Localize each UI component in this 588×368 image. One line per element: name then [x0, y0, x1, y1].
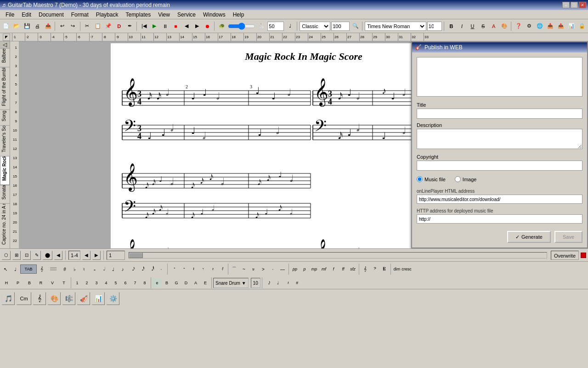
- pos-left[interactable]: ◀: [82, 251, 90, 260]
- paste-button[interactable]: 📌: [104, 21, 113, 31]
- extra3-button[interactable]: 📊: [567, 21, 577, 31]
- font-size-input[interactable]: 10: [427, 22, 442, 31]
- font-color-button[interactable]: A: [489, 21, 498, 31]
- h-scrollbar-thumb[interactable]: [129, 253, 143, 258]
- quarter-rest[interactable]: 𝄽: [188, 264, 198, 274]
- settings-button[interactable]: ⚙: [524, 21, 534, 31]
- special2-button[interactable]: ✒: [125, 21, 135, 31]
- sixteenth-rest[interactable]: 𝄿: [208, 264, 217, 274]
- new-button[interactable]: 📄: [1, 21, 11, 31]
- maximize-button[interactable]: □: [571, 2, 578, 8]
- note-sharp[interactable]: #: [293, 278, 302, 288]
- guitar-release[interactable]: R: [35, 278, 46, 288]
- sidebar-tab-sonata[interactable]: Sonata: [0, 185, 10, 203]
- whole-rest[interactable]: 𝄻: [169, 264, 178, 274]
- cut-button[interactable]: ✂: [82, 21, 92, 31]
- copyright-input[interactable]: [417, 161, 582, 171]
- string-5[interactable]: A: [191, 278, 200, 288]
- dynamic-mf[interactable]: mf: [319, 264, 328, 274]
- undo-button[interactable]: ↩: [57, 21, 67, 31]
- trill-btn[interactable]: tr: [249, 264, 258, 274]
- sidebar-tab-magic[interactable]: Magic Rock *: [0, 156, 10, 185]
- note-c-tool[interactable]: 𝄚𝄚: [47, 264, 60, 274]
- note-a[interactable]: 𝅘𝅥𝅯: [264, 278, 273, 288]
- sharp-tool[interactable]: #: [60, 264, 69, 274]
- bt-chart-btn[interactable]: 📊: [92, 292, 105, 305]
- music-file-radio-item[interactable]: Music file: [417, 176, 446, 182]
- bt-sheet-btn[interactable]: 🎼: [62, 292, 75, 305]
- save-button[interactable]: 💾: [22, 21, 32, 31]
- quarter-note[interactable]: ♩: [108, 264, 118, 274]
- highlight-button[interactable]: 🎨: [499, 21, 509, 31]
- sidebar-tab-traveler[interactable]: Traveler's Song: [0, 125, 10, 156]
- bold-button[interactable]: B: [447, 21, 456, 31]
- menu-file[interactable]: File: [2, 11, 18, 19]
- fret-8[interactable]: 8: [140, 278, 149, 288]
- url2-input[interactable]: http://: [417, 214, 582, 224]
- half-note[interactable]: 𝅗𝅥: [99, 264, 108, 274]
- dynamic-pp[interactable]: pp: [290, 264, 300, 274]
- clef-tool[interactable]: 𝄞: [37, 264, 46, 274]
- extra1-button[interactable]: 📥: [545, 21, 555, 31]
- dim-btn[interactable]: dim: [392, 264, 401, 274]
- tool-btn2[interactable]: ⊞: [12, 251, 21, 260]
- eighth-note[interactable]: ♪: [118, 264, 127, 274]
- music-file-radio[interactable]: [417, 176, 423, 182]
- whole-note[interactable]: 𝅝: [89, 264, 98, 274]
- minimize-button[interactable]: –: [562, 2, 570, 8]
- title-input[interactable]: [417, 109, 582, 119]
- print-button[interactable]: 🖨: [33, 21, 42, 31]
- sidebar-collapse[interactable]: ◁: [0, 41, 10, 48]
- menu-windows[interactable]: Windows: [199, 11, 229, 19]
- pause-button[interactable]: ⏸: [160, 21, 170, 31]
- menu-format[interactable]: Format: [68, 11, 92, 19]
- bt-paint-btn[interactable]: 🎨: [48, 292, 61, 305]
- natural-tool[interactable]: ♮: [79, 264, 89, 274]
- dynamic-sfz[interactable]: sfz: [348, 264, 357, 274]
- record-button[interactable]: ⏺: [203, 21, 212, 31]
- sidebar-tab-balbee[interactable]: Balbee: [0, 48, 10, 67]
- fret-6[interactable]: 6: [121, 278, 130, 288]
- string-6[interactable]: E: [201, 278, 210, 288]
- guitar-bend[interactable]: B: [24, 278, 35, 288]
- metronome-button[interactable]: ♩: [285, 21, 295, 31]
- menu-help[interactable]: Help: [229, 11, 248, 19]
- speed-slider[interactable]: [228, 23, 255, 30]
- underline-button[interactable]: U: [468, 21, 477, 31]
- close-button[interactable]: ✕: [579, 2, 586, 8]
- note-enter-tool[interactable]: ♩: [11, 264, 20, 274]
- fret-5[interactable]: 5: [111, 278, 120, 288]
- strikethrough-button[interactable]: S: [478, 21, 488, 31]
- half-rest[interactable]: 𝄼: [179, 264, 188, 274]
- save-button[interactable]: Save: [554, 231, 582, 243]
- cresc-btn[interactable]: cresc: [402, 264, 411, 274]
- bt-violin-btn[interactable]: 🎻: [77, 292, 90, 305]
- tenuto-btn[interactable]: —: [278, 264, 287, 274]
- prev-button[interactable]: ◀: [181, 21, 191, 31]
- image-radio-item[interactable]: Image: [455, 176, 477, 182]
- fret-1[interactable]: 1: [73, 278, 82, 288]
- menu-document[interactable]: Document: [35, 11, 68, 19]
- soprano-clef-btn[interactable]: 𝄡: [380, 264, 389, 274]
- stop-button[interactable]: ■: [171, 21, 181, 31]
- bt-clef-btn[interactable]: 𝄞: [33, 292, 46, 305]
- fret-3[interactable]: 3: [92, 278, 101, 288]
- export-button[interactable]: 📤: [43, 21, 53, 31]
- eighth-rest[interactable]: 𝄾: [198, 264, 207, 274]
- bt-note-btn[interactable]: 🎵: [2, 292, 15, 305]
- dynamic-f[interactable]: f: [329, 264, 338, 274]
- next-button[interactable]: ▶: [192, 21, 202, 31]
- sixteenth-note[interactable]: 𝅘𝅥𝅯: [128, 264, 137, 274]
- help-button[interactable]: ❓: [514, 21, 523, 31]
- note-r[interactable]: 𝄽: [283, 278, 292, 288]
- guitar-tap[interactable]: T: [58, 278, 69, 288]
- open-button[interactable]: 📂: [11, 21, 21, 31]
- generate-button[interactable]: ✓ Generate: [507, 231, 551, 243]
- menu-templates[interactable]: Templates: [122, 11, 154, 19]
- menu-playback[interactable]: Playback: [92, 11, 122, 19]
- redo-button[interactable]: ↪: [68, 21, 78, 31]
- play-button[interactable]: ▶: [150, 21, 159, 31]
- bt-chord-btn[interactable]: Cm: [17, 292, 31, 305]
- guitar-pull[interactable]: P: [12, 278, 23, 288]
- thirtysecond-rest[interactable]: 𝅀: [217, 264, 226, 274]
